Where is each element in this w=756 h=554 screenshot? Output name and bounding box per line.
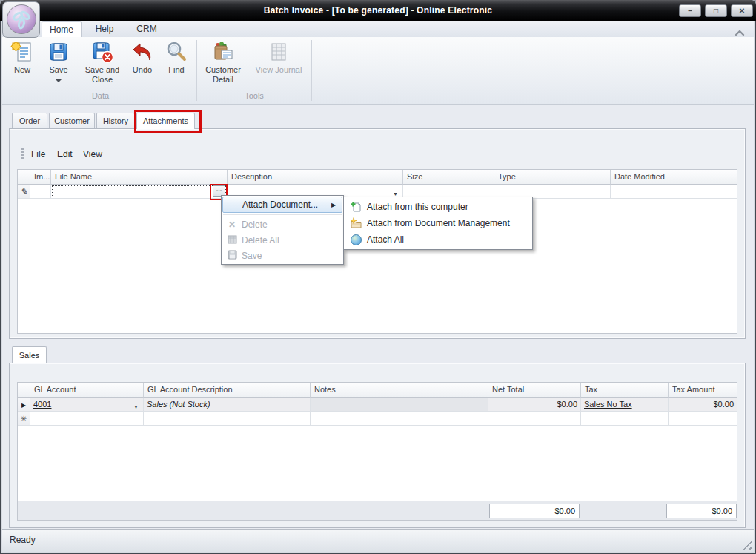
attachments-grid: Im... File Name Description Size Type Da… [17, 169, 737, 334]
find-button[interactable]: Find [160, 40, 193, 75]
current-row-arrow-icon: ▶ [21, 402, 26, 409]
attachment-context-menu: Attach Document... ▶ ✕ Delete Delete All… [221, 195, 344, 265]
gl-account-dropdown-icon[interactable]: ▼ [133, 400, 139, 412]
gl-description-cell[interactable] [144, 412, 311, 426]
ribbon-tab-home[interactable]: Home [42, 21, 82, 38]
header-gl-account[interactable]: GL Account [30, 383, 144, 398]
tab-attachments[interactable]: Attachments [136, 113, 195, 129]
menu-item-save: Save [222, 248, 342, 263]
new-document-icon [10, 40, 34, 64]
edit-pencil-icon: ✎ [20, 187, 27, 196]
ribbon-tab-crm[interactable]: CRM [129, 21, 165, 37]
gl-account-cell[interactable]: 4001 ▼ [30, 398, 144, 412]
resize-grip-icon[interactable] [742, 540, 752, 550]
maximize-button[interactable]: □ [705, 4, 727, 17]
attachments-grid-header: Im... File Name Description Size Type Da… [18, 170, 737, 185]
header-gl-description[interactable]: GL Account Description [144, 383, 311, 398]
header-tax[interactable]: Tax [581, 383, 669, 398]
ribbon-tab-strip: Home Help CRM [2, 21, 754, 37]
toolbar-grip-icon[interactable] [21, 148, 24, 159]
menu-item-attach-from-doc-mgmt[interactable]: Attach from Document Management [345, 215, 531, 231]
menu-file[interactable]: File [31, 145, 45, 164]
undo-button-label: Undo [133, 65, 152, 74]
app-window: Batch Invoice - [To be generated] - Onli… [0, 0, 756, 554]
header-size[interactable]: Size [403, 170, 494, 185]
header-date-modified[interactable]: Date Modified [611, 170, 737, 185]
delete-label: Delete [242, 220, 342, 230]
image-cell[interactable] [30, 185, 51, 199]
tax-amount-cell[interactable] [669, 412, 737, 426]
menu-item-attach-document[interactable]: Attach Document... ▶ [222, 197, 342, 213]
sales-grid-header: GL Account GL Account Description Notes … [18, 383, 737, 398]
tax-cell[interactable]: Sales No Tax [581, 398, 669, 412]
gl-account-cell[interactable] [30, 412, 144, 426]
status-bar: Ready [2, 529, 754, 552]
menu-item-attach-from-computer[interactable]: Attach from this computer [345, 199, 531, 215]
group-separator [196, 40, 197, 101]
save-disabled-icon [222, 250, 242, 262]
delete-all-icon [222, 234, 242, 246]
save-and-close-button[interactable]: Save and Close [79, 40, 126, 85]
minimize-button[interactable]: – [679, 4, 701, 17]
window-title: Batch Invoice - [To be generated] - Onli… [0, 0, 756, 21]
row-indicator-cell: ✎ [18, 185, 30, 199]
notes-cell[interactable] [311, 412, 488, 426]
header-type[interactable]: Type [494, 170, 611, 185]
header-file-name[interactable]: File Name [51, 170, 228, 185]
save-menu-label: Save [242, 251, 342, 261]
header-description[interactable]: Description [228, 170, 403, 185]
save-button[interactable]: Save [42, 40, 76, 85]
group-separator [311, 40, 312, 101]
date-modified-cell[interactable] [611, 185, 737, 199]
attach-from-computer-icon [345, 201, 367, 213]
menu-view[interactable]: View [83, 145, 102, 164]
view-journal-button-label: View Journal [256, 65, 302, 74]
notes-cell[interactable] [311, 398, 488, 412]
attachments-toolbar: File Edit View [12, 145, 743, 164]
customer-detail-button[interactable]: Customer Detail [199, 40, 247, 85]
app-logo-icon[interactable] [7, 4, 36, 34]
ribbon-tab-help[interactable]: Help [87, 21, 122, 37]
tab-sales[interactable]: Sales [12, 346, 47, 363]
group-label-data: Data [6, 91, 195, 100]
file-name-edit-box[interactable] [52, 185, 226, 197]
attach-from-computer-label: Attach from this computer [367, 202, 468, 212]
save-icon [47, 40, 70, 64]
delete-all-label: Delete All [242, 235, 342, 245]
header-tax-amount[interactable]: Tax Amount [669, 383, 737, 398]
close-button[interactable]: ✕ [731, 4, 753, 17]
save-dropdown-icon[interactable] [56, 79, 62, 82]
status-text: Ready [10, 530, 36, 551]
tab-customer[interactable]: Customer [49, 113, 95, 128]
header-image[interactable]: Im... [30, 170, 51, 185]
shopping-bag-icon [211, 40, 235, 64]
tab-history[interactable]: History [96, 113, 135, 128]
sales-grid: GL Account GL Account Description Notes … [17, 382, 737, 501]
menu-item-delete: ✕ Delete [222, 217, 342, 232]
tab-order[interactable]: Order [12, 113, 47, 128]
tax-link[interactable]: Sales No Tax [584, 400, 632, 409]
net-total-cell[interactable] [488, 412, 581, 426]
file-name-cell[interactable]: ... [51, 185, 228, 199]
customer-detail-button-label: Customer Detail [205, 65, 241, 84]
journal-icon [267, 40, 291, 64]
net-total-cell[interactable]: $0.00 [488, 398, 581, 412]
globe-icon [345, 234, 367, 245]
trefoil-icon [10, 8, 33, 30]
header-net-total[interactable]: Net Total [488, 383, 581, 398]
new-button[interactable]: New [6, 40, 39, 75]
menu-edit[interactable]: Edit [57, 145, 73, 164]
undo-arrow-icon [130, 40, 154, 64]
tax-amount-cell[interactable]: $0.00 [669, 398, 737, 412]
gl-account-link[interactable]: 4001 [33, 400, 51, 409]
app-button-backplate [2, 1, 40, 38]
attach-from-doc-mgmt-icon [345, 217, 367, 229]
header-notes[interactable]: Notes [311, 383, 488, 398]
gl-description-cell[interactable]: Sales (Not Stock) [144, 398, 311, 412]
menu-item-attach-all[interactable]: Attach All [345, 231, 531, 248]
header-row-indicator [18, 170, 30, 185]
new-button-label: New [14, 65, 30, 74]
ribbon-body: New Save [2, 37, 754, 105]
undo-button[interactable]: Undo [127, 40, 157, 75]
tax-cell[interactable] [581, 412, 669, 426]
